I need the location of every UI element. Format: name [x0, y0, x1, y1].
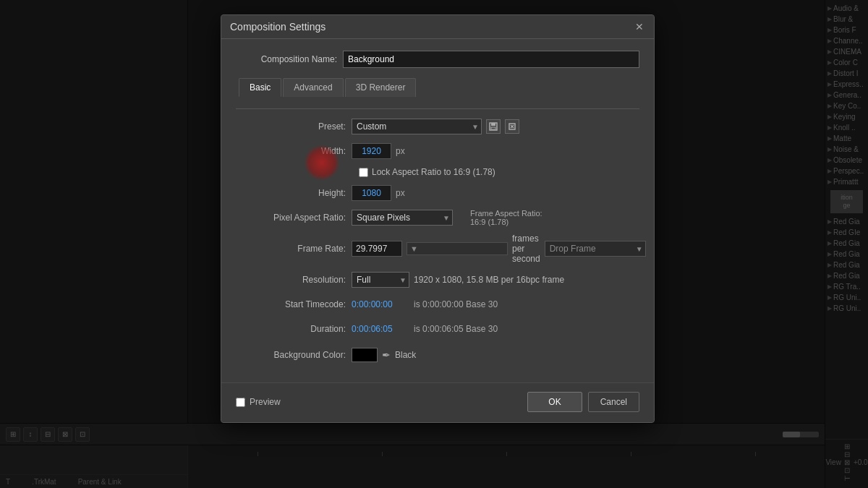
resolution-label: Resolution: [236, 275, 352, 285]
frame-rate-controls: ▼ frames per second Drop Frame ▼ [352, 234, 646, 264]
duration-row: Duration: 0:00:06:05 is 0:00:06:05 Base … [236, 320, 639, 338]
footer-buttons: OK Cancel [527, 392, 639, 412]
dialog-footer: Preview OK Cancel [221, 382, 654, 422]
form-section-basic: Preset: Custom ▼ [236, 108, 639, 364]
pixel-aspect-label: Pixel Aspect Ratio: [236, 213, 352, 223]
frame-rate-label: Frame Rate: [236, 244, 352, 254]
bg-color-label: Background Color: [236, 350, 352, 360]
preview-row: Preview [236, 397, 281, 407]
framerate-extra-select[interactable]: ▼ [407, 242, 508, 255]
pixel-aspect-select[interactable]: Square Pixels [352, 210, 453, 226]
preset-row: Preset: Custom ▼ [236, 118, 639, 135]
frame-aspect-value: 16:9 (1.78) [470, 218, 542, 226]
tab-basic[interactable]: Basic [239, 78, 281, 97]
frame-rate-input[interactable] [352, 241, 402, 257]
bg-color-row: Background Color: ✒ Black [236, 346, 639, 364]
bg-color-name: Black [395, 350, 416, 360]
tabs-row: Basic Advanced 3D Renderer [239, 78, 639, 97]
comp-name-input[interactable] [343, 51, 639, 68]
cancel-button[interactable]: Cancel [588, 392, 639, 412]
dialog-title: Composition Settings [230, 21, 326, 33]
lock-aspect-row: Lock Aspect Ratio to 16:9 (1.78) [359, 167, 639, 177]
par-controls: Square Pixels ▼ Frame Aspect Ratio: 16:9… [352, 209, 639, 226]
preset-controls: Custom ▼ [352, 119, 639, 134]
dialog-titlebar: Composition Settings ✕ [221, 15, 654, 39]
start-timecode-row: Start Timecode: 0:00:00:00 is 0:00:00:00… [236, 296, 639, 313]
resolution-info: 1920 x 1080, 15.8 MB per 16bpc frame [414, 275, 564, 285]
dialog-body: Composition Name: Basic Advanced 3D Rend… [221, 39, 654, 382]
width-unit: px [396, 146, 405, 156]
width-row: Width: px [236, 142, 639, 160]
lock-aspect-label: Lock Aspect Ratio to 16:9 (1.78) [372, 167, 495, 177]
preset-select-wrapper: Custom ▼ [352, 119, 482, 134]
height-label: Height: [236, 188, 352, 198]
duration-controls: 0:00:06:05 is 0:00:06:05 Base 30 [352, 324, 639, 334]
preset-icon-btn-2[interactable] [505, 119, 519, 134]
width-input[interactable] [352, 143, 391, 159]
comp-name-label: Composition Name: [236, 54, 337, 64]
resolution-select-wrapper: Full ▼ [352, 272, 409, 288]
preview-checkbox[interactable] [236, 398, 245, 407]
start-timecode-controls: 0:00:00:00 is 0:00:00:00 Base 30 [352, 299, 639, 309]
pixel-aspect-select-wrapper: Square Pixels ▼ [352, 210, 453, 226]
framerate-arrow-wrapper: ▼ [407, 242, 508, 255]
eyedropper-icon[interactable]: ✒ [382, 349, 391, 361]
height-unit: px [396, 188, 405, 198]
dialog-close-button[interactable]: ✕ [634, 21, 645, 33]
resolution-select[interactable]: Full [352, 272, 409, 288]
tab-3d-renderer[interactable]: 3D Renderer [345, 78, 417, 97]
preset-icon-btn-1[interactable] [486, 119, 501, 134]
duration-secondary: is 0:00:06:05 Base 30 [414, 324, 498, 334]
start-timecode-secondary: is 0:00:00:00 Base 30 [414, 299, 498, 309]
frame-aspect-label: Frame Aspect Ratio: [470, 209, 542, 218]
tab-advanced[interactable]: Advanced [283, 78, 343, 97]
preset-select[interactable]: Custom [352, 119, 482, 134]
frame-rate-unit: frames per second [512, 234, 540, 264]
comp-name-row: Composition Name: [236, 51, 639, 68]
height-input[interactable] [352, 185, 391, 201]
start-timecode-value[interactable]: 0:00:00:00 [352, 299, 409, 309]
width-label: Width: [236, 146, 352, 156]
lock-aspect-checkbox[interactable] [359, 168, 368, 177]
drop-frame-select[interactable]: Drop Frame [545, 241, 646, 257]
start-timecode-label: Start Timecode: [236, 299, 352, 309]
frame-aspect-container: Frame Aspect Ratio: 16:9 (1.78) [470, 209, 542, 226]
height-controls: px [352, 185, 639, 201]
resolution-row: Resolution: Full ▼ 1920 x 1080, 15.8 MB … [236, 271, 639, 288]
resolution-controls: Full ▼ 1920 x 1080, 15.8 MB per 16bpc fr… [352, 272, 639, 288]
pixel-aspect-row: Pixel Aspect Ratio: Square Pixels ▼ Fram… [236, 209, 639, 226]
bg-color-controls: ✒ Black [352, 348, 639, 362]
duration-label: Duration: [236, 324, 352, 334]
height-row: Height: px [236, 184, 639, 202]
composition-settings-dialog: Composition Settings ✕ Composition Name:… [221, 14, 655, 423]
drop-frame-wrapper: Drop Frame ▼ [545, 241, 646, 257]
duration-value[interactable]: 0:00:06:05 [352, 324, 409, 334]
svg-rect-2 [491, 127, 495, 129]
preview-label: Preview [250, 397, 281, 407]
frame-rate-row: Frame Rate: ▼ frames per second Drop Fra… [236, 234, 639, 264]
svg-rect-1 [491, 123, 495, 126]
width-controls: px [352, 143, 639, 159]
bg-color-swatch[interactable] [352, 348, 378, 362]
ok-button[interactable]: OK [527, 392, 582, 412]
preset-label: Preset: [236, 121, 352, 132]
